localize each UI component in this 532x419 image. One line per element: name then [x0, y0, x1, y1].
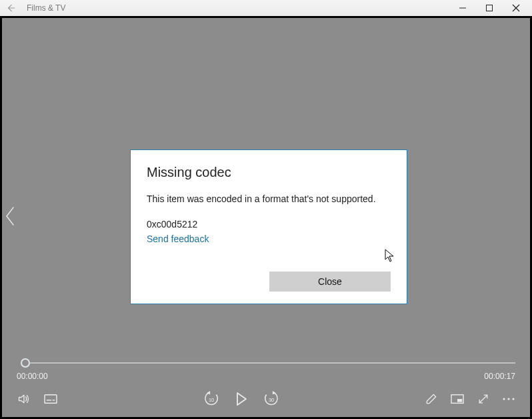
more-options-button[interactable]: [502, 396, 515, 402]
current-time: 00:00:00: [17, 372, 48, 381]
svg-point-10: [507, 398, 509, 400]
seek-bar[interactable]: [17, 357, 515, 369]
control-buttons: 10 30: [17, 388, 515, 410]
previous-item-button[interactable]: [3, 205, 18, 230]
time-display: 00:00:00 00:00:17: [17, 372, 515, 381]
mini-view-button[interactable]: [450, 393, 465, 405]
chevron-left-icon: [3, 205, 18, 228]
skip-forward-icon: 30: [263, 391, 280, 407]
app-window: Films & TV: [0, 0, 532, 419]
svg-point-11: [512, 398, 514, 400]
edit-button[interactable]: [425, 392, 438, 406]
dialog-error-code: 0xc00d5212: [147, 219, 391, 230]
error-dialog: Missing codec This item was encoded in a…: [130, 149, 407, 304]
seek-track: [25, 362, 515, 364]
svg-rect-8: [457, 399, 462, 402]
skip-back-button[interactable]: 10: [203, 391, 220, 407]
skip-back-label: 10: [209, 397, 214, 403]
play-icon: [235, 392, 248, 406]
svg-rect-4: [45, 395, 57, 404]
pencil-icon: [425, 392, 438, 406]
fullscreen-button[interactable]: [477, 392, 490, 406]
skip-back-icon: 10: [203, 391, 220, 407]
volume-icon: [17, 392, 31, 406]
more-icon: [502, 396, 515, 402]
back-button[interactable]: [4, 3, 17, 13]
title-bar: Films & TV: [0, 0, 532, 16]
total-time: 00:00:17: [484, 372, 515, 381]
seek-thumb[interactable]: [21, 358, 30, 368]
volume-button[interactable]: [17, 392, 31, 406]
dialog-message: This item was encoded in a format that's…: [147, 193, 391, 204]
minimize-button[interactable]: [449, 0, 476, 16]
skip-forward-button[interactable]: 30: [263, 391, 280, 407]
dialog-close-button[interactable]: Close: [269, 272, 391, 292]
subtitles-button[interactable]: [43, 393, 58, 405]
video-area: Missing codec This item was encoded in a…: [0, 16, 532, 419]
close-window-button[interactable]: [503, 0, 529, 16]
fullscreen-icon: [477, 392, 490, 406]
maximize-icon: [485, 4, 493, 12]
player-controls: 00:00:00 00:00:17: [2, 357, 530, 417]
skip-forward-label: 30: [269, 397, 274, 403]
send-feedback-link[interactable]: Send feedback: [147, 234, 391, 244]
svg-rect-1: [487, 5, 493, 11]
subtitles-icon: [43, 393, 58, 405]
maximize-button[interactable]: [476, 0, 503, 16]
minimize-icon: [459, 4, 467, 12]
close-icon: [512, 4, 520, 12]
arrow-left-icon: [6, 3, 15, 13]
dialog-title: Missing codec: [147, 165, 391, 180]
svg-point-9: [503, 398, 505, 400]
video-canvas: Missing codec This item was encoded in a…: [2, 18, 530, 417]
mini-view-icon: [450, 393, 465, 405]
play-button[interactable]: [235, 392, 248, 406]
app-title: Films & TV: [27, 3, 65, 13]
